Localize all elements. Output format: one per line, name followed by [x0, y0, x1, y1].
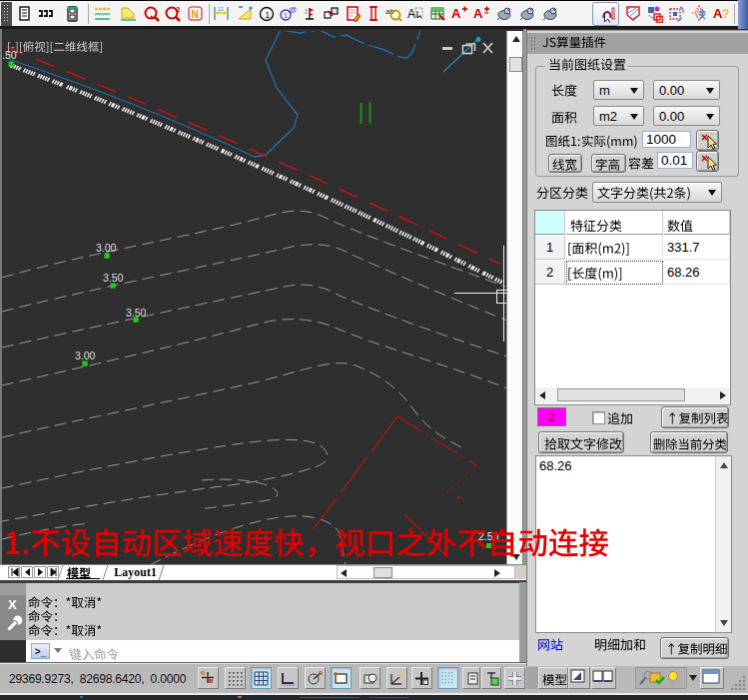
svg-text:.50: .50 — [2, 49, 17, 61]
svg-text:2.50: 2.50 — [478, 530, 499, 542]
svg-text:3.00: 3.00 — [96, 242, 117, 254]
svg-text:3.50: 3.50 — [126, 307, 147, 319]
svg-text:3.50: 3.50 — [103, 272, 124, 284]
svg-text:3.00: 3.00 — [75, 350, 96, 361]
